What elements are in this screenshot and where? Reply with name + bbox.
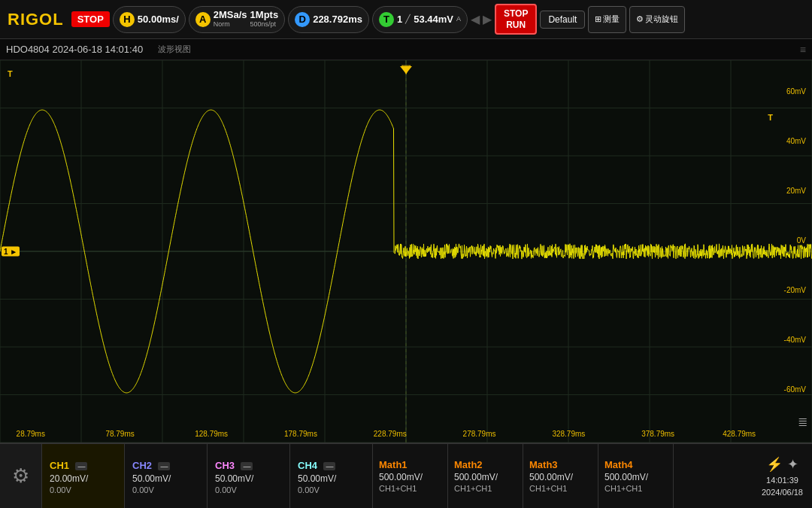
t-label-right: T xyxy=(768,113,773,122)
y-label-0v: 0V xyxy=(797,236,806,245)
topbar: RIGOL STOP H 50.00ms/ A 2MSa/s Norm 1Mpt… xyxy=(0,0,812,39)
ch1-block[interactable]: CH1 — 20.00mV/ 0.00V xyxy=(42,444,125,508)
ch3-coupling: — xyxy=(241,462,253,470)
model-label: HDO4804 xyxy=(6,44,50,55)
t-letter: T xyxy=(379,12,394,27)
x-label-2: 78.79ms xyxy=(105,430,134,438)
math3-volt: 500.00mV/ xyxy=(529,472,592,482)
x-label-5: 228.79ms xyxy=(374,430,407,438)
waveform-area: ▽ T 1 ► T 60mV 40mV 20mV 0V -20mV -40mV … xyxy=(0,60,812,443)
y-label-20mv: 20mV xyxy=(786,187,806,195)
y-label-neg20mv: -20mV xyxy=(784,286,806,294)
math2-label: Math2 xyxy=(454,459,517,470)
ch4-label: CH4 xyxy=(298,460,317,471)
measure-button[interactable]: ⊞ 测量 xyxy=(588,6,626,33)
math2-block[interactable]: Math2 500.00mV/ CH1+CH1 xyxy=(448,444,523,508)
trigger-ch: 1 xyxy=(397,14,402,25)
ch4-volt: 50.00mV/ xyxy=(298,473,365,484)
settings-gear-button[interactable]: ⚙ xyxy=(0,444,42,508)
ch2-label: CH2 xyxy=(132,460,152,471)
left-arrow[interactable]: ◀ xyxy=(471,12,480,26)
math2-formula: CH1+CH1 xyxy=(454,484,517,493)
sample-sub1: Norm xyxy=(214,21,247,29)
math4-label: Math4 xyxy=(604,459,667,470)
sample-pts: 1Mpts xyxy=(250,10,279,20)
stop-badge: STOP xyxy=(71,11,110,27)
h-letter: H xyxy=(120,12,135,27)
math4-formula: CH1+CH1 xyxy=(604,484,667,493)
ch2-offset: 0.00V xyxy=(132,485,199,494)
ch4-coupling: — xyxy=(323,462,335,470)
math1-label: Math1 xyxy=(379,459,441,470)
sample-rate: 2MSa/s xyxy=(214,10,247,20)
sample-pill[interactable]: A 2MSa/s Norm 1Mpts 500ns/pt xyxy=(189,6,285,33)
ch3-block[interactable]: CH3 — 50.00mV/ 0.00V xyxy=(208,444,290,508)
usb-icon: ⚡ xyxy=(766,456,783,473)
math3-formula: CH1+CH1 xyxy=(529,484,592,493)
date-display: 2024/06/18 xyxy=(762,488,803,497)
trigger-sub: A xyxy=(456,16,461,23)
math1-volt: 500.00mV/ xyxy=(379,472,441,482)
sample-sub2: 500ns/pt xyxy=(250,21,279,29)
ch4-block[interactable]: CH4 — 50.00mV/ 0.00V xyxy=(290,444,373,508)
bottom-bar: ⚙ CH1 — 20.00mV/ 0.00V CH2 — 50.00mV/ 0.… xyxy=(0,443,812,508)
delay-pill[interactable]: D 228.792ms xyxy=(288,6,369,33)
datetime-label: 2024-06-18 14:01:40 xyxy=(52,44,143,55)
trigger-level: 53.44mV xyxy=(414,14,453,25)
math1-formula: CH1+CH1 xyxy=(379,484,441,493)
a-letter: A xyxy=(195,12,211,27)
ch1-offset: 0.00V xyxy=(50,485,117,494)
delay-value: 228.792ms xyxy=(313,14,362,25)
default-button[interactable]: Default xyxy=(540,11,585,29)
math2-volt: 500.00mV/ xyxy=(454,472,517,482)
math4-block[interactable]: Math4 500.00mV/ CH1+CH1 xyxy=(598,444,674,508)
measure-icon: ⊞ xyxy=(595,14,601,24)
usb-time-area: ⚡ ✦ 14:01:39 2024/06/18 xyxy=(753,444,812,508)
auto-button[interactable]: ⚙ 灵动旋钮 xyxy=(629,6,685,33)
ch2-block[interactable]: CH2 — 50.00mV/ 0.00V xyxy=(125,444,208,508)
x-label-3: 128.79ms xyxy=(195,430,228,438)
stop-run-button[interactable]: STOP RUN xyxy=(495,4,537,35)
ch1-label: CH1 xyxy=(50,460,69,471)
wifi-icon: ✦ xyxy=(787,456,798,473)
y-label-40mv: 40mV xyxy=(786,137,806,145)
math4-volt: 500.00mV/ xyxy=(604,472,667,482)
y-label-60mv: 60mV xyxy=(786,87,806,96)
ch4-offset: 0.00V xyxy=(298,485,365,494)
x-label-1: 28.79ms xyxy=(17,430,45,438)
ch1-volt: 20.00mV/ xyxy=(50,473,117,484)
view-label: 波形视图 xyxy=(158,44,191,55)
ch2-coupling: — xyxy=(158,462,170,470)
y-label-neg60mv: -60mV xyxy=(784,385,806,394)
d-letter: D xyxy=(295,12,310,27)
auto-icon: ⚙ xyxy=(636,14,644,24)
ch1-coupling: — xyxy=(75,462,87,470)
menu-dots[interactable]: ≡ xyxy=(800,44,806,56)
x-label-6: 278.79ms xyxy=(463,430,496,438)
ch3-offset: 0.00V xyxy=(215,485,282,494)
math3-label: Math3 xyxy=(529,459,592,470)
t-marker-left: T xyxy=(8,69,13,78)
ch3-volt: 50.00mV/ xyxy=(215,473,282,484)
waveform-canvas xyxy=(0,60,812,443)
titlebar: HDO4804 2024-06-18 14:01:40 波形视图 ≡ xyxy=(0,39,812,60)
trigger-pill[interactable]: T 1 ╱ 53.44mV A xyxy=(372,6,468,33)
x-label-9: 428.79ms xyxy=(723,430,756,438)
math3-block[interactable]: Math3 500.00mV/ CH1+CH1 xyxy=(523,444,598,508)
timebase-pill[interactable]: H 50.00ms/ xyxy=(113,6,186,33)
ch2-volt: 50.00mV/ xyxy=(132,473,199,484)
logo: RIGOL xyxy=(3,10,68,29)
trigger-top-marker: ▽ xyxy=(401,62,411,76)
x-label-4: 178.79ms xyxy=(284,430,317,438)
timebase-value: 50.00ms/ xyxy=(138,14,179,25)
x-label-7: 328.79ms xyxy=(552,430,585,438)
ch3-label: CH3 xyxy=(215,460,235,471)
math1-block[interactable]: Math1 500.00mV/ CH1+CH1 xyxy=(373,444,448,508)
right-arrow[interactable]: ▶ xyxy=(483,12,492,26)
ch1-level-marker[interactable]: 1 ► xyxy=(2,247,20,257)
waveform-menu-icon[interactable]: ≣ xyxy=(798,415,807,429)
y-label-neg40mv: -40mV xyxy=(784,336,806,344)
x-label-8: 378.79ms xyxy=(641,430,674,438)
clock-display: 14:01:39 xyxy=(766,476,798,485)
